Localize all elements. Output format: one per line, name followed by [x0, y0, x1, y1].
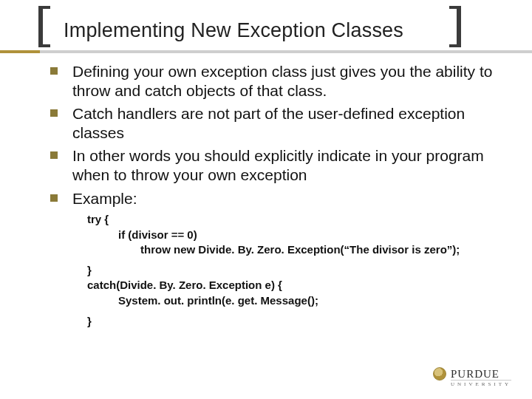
slide-title: Implementing New Exception Classes	[64, 13, 532, 42]
code-block: try { if (divisor == 0) throw new Divide…	[87, 212, 513, 329]
title-area: Implementing New Exception Classes	[0, 0, 532, 42]
code-line: try {	[87, 212, 513, 227]
list-item: Defining your own exception class just g…	[47, 62, 513, 100]
code-line: }	[87, 314, 513, 329]
code-line: catch(Divide. By. Zero. Exception e) {	[87, 278, 513, 293]
seal-icon	[433, 367, 446, 381]
list-item: Example:	[47, 189, 513, 208]
divider	[0, 50, 532, 53]
logo-sub: UNIVERSITY	[451, 380, 511, 387]
bracket-left-icon	[38, 6, 55, 47]
slide-body: Defining your own exception class just g…	[47, 62, 513, 329]
slide: Implementing New Exception Classes Defin…	[0, 0, 532, 399]
logo-name: PURDUE	[451, 368, 499, 381]
bullet-list: Defining your own exception class just g…	[47, 62, 513, 208]
bullet-text: Catch handlers are not part of the user-…	[72, 105, 465, 141]
purdue-logo: PURDUE UNIVERSITY	[433, 367, 511, 387]
code-line: if (divisor == 0)	[118, 228, 513, 242]
bullet-text: Example:	[72, 190, 137, 207]
list-item: In other words you should explicitly ind…	[47, 146, 513, 184]
code-line: throw new Divide. By. Zero. Exception(“T…	[140, 242, 513, 257]
list-item: Catch handlers are not part of the user-…	[47, 104, 513, 142]
bracket-right-icon	[445, 6, 461, 47]
bullet-text: In other words you should explicitly ind…	[72, 147, 484, 183]
code-line: }	[87, 263, 513, 278]
bullet-text: Defining your own exception class just g…	[72, 63, 492, 99]
code-line: System. out. println(e. get. Message();	[118, 293, 513, 308]
